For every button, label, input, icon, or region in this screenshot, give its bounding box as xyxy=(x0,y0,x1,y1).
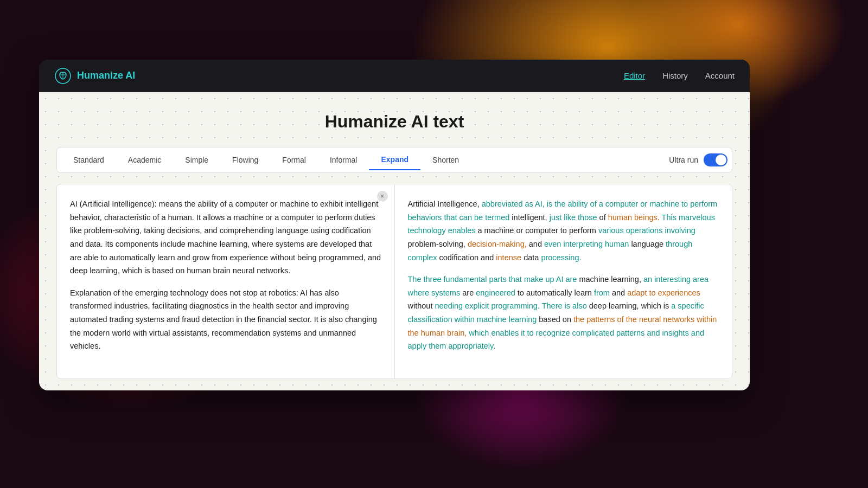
out-p1-s5: of xyxy=(599,213,608,222)
content: Humanize AI text Standard Academic Simpl… xyxy=(39,92,750,379)
page-title: Humanize AI text xyxy=(56,112,732,132)
out-p1-s18: data xyxy=(524,253,541,262)
out-p2-s1: The three fundamental parts that make up… xyxy=(408,275,579,284)
output-panel: Artificial Intelligence, abbreviated as … xyxy=(395,184,732,378)
out-p2-s12: deep learning, which is xyxy=(589,301,672,310)
output-paragraph-2: The three fundamental parts that make up… xyxy=(408,273,719,353)
out-p2-s5: engineered xyxy=(476,288,518,297)
out-p1-s10: problem-solving, xyxy=(408,240,468,248)
nav-history[interactable]: History xyxy=(662,71,688,80)
out-p1-s6: human beings. xyxy=(608,213,662,222)
out-p1-s8: a machine or computer to perform xyxy=(478,226,598,235)
tab-shorten[interactable]: Shorten xyxy=(420,150,471,170)
out-p1-s17: intense xyxy=(496,253,524,262)
brand-icon xyxy=(54,67,72,85)
tab-academic[interactable]: Academic xyxy=(116,150,173,170)
out-p1-s4: just like those xyxy=(550,213,599,222)
out-p1-s3: intelligent, xyxy=(512,213,549,222)
tab-formal[interactable]: Formal xyxy=(270,150,318,170)
main-card: Humanize AI Editor History Account Human… xyxy=(39,60,750,390)
out-p1-s12: and xyxy=(529,240,544,248)
input-paragraph-2: Explanation of the emerging technology d… xyxy=(70,286,381,353)
input-panel[interactable]: × AI (Artificial Intelligence): means th… xyxy=(57,184,395,378)
ultra-run-toggle[interactable] xyxy=(704,153,727,166)
toggle-container xyxy=(704,153,727,166)
out-p2-s10: without xyxy=(408,301,435,310)
out-p1-s11: decision-making, xyxy=(468,240,529,248)
tab-standard[interactable]: Standard xyxy=(61,150,116,170)
out-p2-s4: are xyxy=(462,288,476,297)
tab-informal[interactable]: Informal xyxy=(318,150,369,170)
out-p1-s13: even interpreting human xyxy=(544,240,631,248)
out-p1-s14: language xyxy=(631,240,666,248)
close-button[interactable]: × xyxy=(377,191,388,202)
navbar: Humanize AI Editor History Account xyxy=(39,60,750,92)
tab-simple[interactable]: Simple xyxy=(173,150,220,170)
out-p1-s9: various operations involving xyxy=(598,226,695,235)
nav-editor[interactable]: Editor xyxy=(624,71,645,80)
brand: Humanize AI xyxy=(54,67,135,85)
output-paragraph-1: Artificial Intelligence, abbreviated as … xyxy=(408,197,719,264)
nav-links: Editor History Account xyxy=(624,71,735,80)
brand-name: Humanize AI xyxy=(77,70,135,81)
out-p2-s11: needing explicit programming. There is a… xyxy=(435,301,589,310)
out-p1-s16: codification and xyxy=(439,253,496,262)
out-p1-s1: Artificial Intelligence, xyxy=(408,200,482,208)
out-p2-s6: to automatically learn xyxy=(518,288,594,297)
out-p2-s7: from xyxy=(594,288,612,297)
tab-flowing[interactable]: Flowing xyxy=(220,150,270,170)
tab-bar: Standard Academic Simple Flowing Formal … xyxy=(56,147,732,173)
editor-panels: × AI (Artificial Intelligence): means th… xyxy=(56,184,732,379)
out-p2-s14: based on xyxy=(539,315,573,324)
out-p2-s8: and xyxy=(612,288,627,297)
tab-expand[interactable]: Expand xyxy=(369,150,420,170)
nav-account[interactable]: Account xyxy=(705,71,735,80)
ultra-run-label: Ultra run xyxy=(669,156,698,164)
toggle-knob xyxy=(716,155,726,165)
input-paragraph-1: AI (Artificial Intelligence): means the … xyxy=(70,197,381,278)
out-p2-s2: machine learning, xyxy=(579,275,643,284)
out-p2-s9: adapt to experiences xyxy=(627,288,700,297)
out-p1-s19: processing. xyxy=(541,253,581,262)
